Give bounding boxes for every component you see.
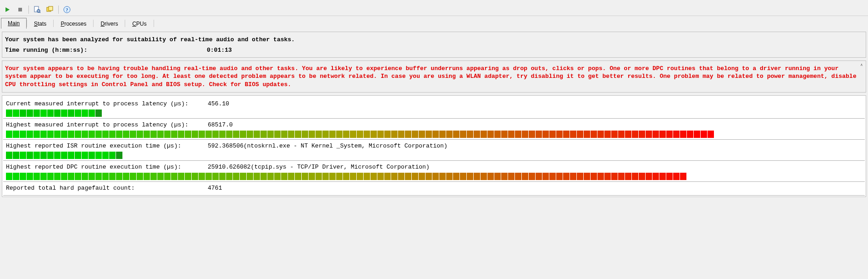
bar-segment: [116, 152, 122, 159]
tool-button-2[interactable]: [44, 5, 55, 15]
panel-scrollbar[interactable]: ∧: [858, 62, 865, 92]
bar-segment: [47, 152, 54, 159]
bar-segment: [391, 131, 398, 138]
bar-segment: [68, 152, 74, 159]
bar-segment: [432, 173, 439, 180]
summary-panel: Your system has been analyzed for suitab…: [2, 32, 866, 58]
bar-segment: [157, 173, 164, 180]
bar-segment: [604, 173, 611, 180]
tab-main[interactable]: Main: [1, 18, 27, 29]
bar-segment: [591, 131, 597, 138]
bar-segment: [27, 109, 33, 117]
bar-segment: [226, 131, 232, 138]
bar-segment: [13, 152, 19, 159]
tab-label: rocesses: [64, 21, 86, 27]
bar-segment: [487, 131, 494, 138]
bar-segment: [157, 131, 164, 138]
summary-line: Your system has been analyzed for suitab…: [5, 36, 863, 44]
bar-segment: [343, 173, 349, 180]
bar-segment: [88, 109, 95, 117]
tool-button-1[interactable]: [32, 5, 43, 15]
svg-line-4: [39, 12, 40, 13]
bar-segment: [40, 109, 47, 117]
bar-segment: [144, 173, 150, 180]
bar-segment: [639, 131, 645, 138]
bar-segment: [54, 152, 61, 159]
bar-segment: [549, 131, 556, 138]
bar-segment: [6, 109, 12, 117]
bar-segment: [75, 173, 81, 180]
metric-pagefault: Reported total hard pagefault count: 476…: [3, 181, 865, 196]
bar-segment: [357, 173, 363, 180]
bar-segment: [412, 173, 418, 180]
bar-segment: [123, 173, 129, 180]
bar-segment: [199, 173, 205, 180]
bar-segment: [570, 173, 576, 180]
bar-segment: [481, 173, 487, 180]
bar-segment: [82, 131, 88, 138]
bar-segment: [82, 152, 88, 159]
bar-segment: [570, 131, 576, 138]
metric-value: 592.368506: [208, 142, 243, 149]
bar-segment: [109, 131, 116, 138]
bar-segment: [329, 131, 336, 138]
bar-segment: [295, 131, 301, 138]
bar-segment: [494, 131, 501, 138]
bar-segment: [680, 131, 686, 138]
toolbar: ?: [0, 4, 868, 16]
stop-button[interactable]: [15, 5, 26, 15]
bar-segment: [673, 173, 680, 180]
svg-text:?: ?: [66, 7, 68, 12]
bar-segment: [625, 131, 631, 138]
tab-separator: [154, 20, 154, 27]
bar-segment: [164, 131, 171, 138]
bar-segment: [460, 131, 466, 138]
metric-value: 456.10: [208, 100, 229, 107]
bar-segment: [226, 173, 232, 180]
bar-segment: [47, 131, 54, 138]
bar-segment: [144, 131, 150, 138]
bar-segment: [54, 109, 61, 117]
help-icon: ?: [63, 6, 71, 13]
bar-segment: [274, 131, 281, 138]
bar-segment: [247, 131, 253, 138]
bar-segment: [137, 173, 143, 180]
bar-segment: [33, 173, 40, 180]
bar-segment: [632, 131, 638, 138]
bar-segment: [549, 173, 556, 180]
latency-bar: [6, 130, 862, 138]
bar-segment: [694, 131, 700, 138]
bar-segment: [6, 152, 12, 159]
bar-segment: [192, 131, 198, 138]
help-button[interactable]: ?: [61, 5, 72, 15]
bar-segment: [563, 173, 569, 180]
bar-segment: [219, 173, 226, 180]
play-button[interactable]: [2, 5, 13, 15]
bar-segment: [501, 173, 508, 180]
bar-segment: [652, 131, 659, 138]
tab-cpus[interactable]: CPUs: [125, 18, 153, 29]
bar-segment: [659, 131, 666, 138]
tab-drivers[interactable]: Drivers: [94, 18, 125, 29]
bar-segment: [529, 173, 535, 180]
bar-segment: [27, 152, 33, 159]
bar-segment: [267, 173, 274, 180]
bar-segment: [68, 109, 74, 117]
bar-segment: [563, 131, 569, 138]
bar-segment: [398, 131, 404, 138]
bar-segment: [75, 131, 81, 138]
metric-highest-latency: Highest measured interrupt to process la…: [3, 118, 865, 138]
metric-label: Current measured interrupt to process la…: [6, 100, 208, 107]
bar-segment: [130, 173, 136, 180]
bar-segment: [384, 173, 391, 180]
bar-segment: [439, 173, 446, 180]
bar-segment: [47, 173, 54, 180]
tab-processes[interactable]: Processes: [54, 18, 93, 29]
bar-segment: [584, 131, 590, 138]
bar-segment: [618, 131, 625, 138]
bar-segment: [205, 173, 212, 180]
bar-segment: [40, 173, 47, 180]
metric-value: 25910.626082: [208, 164, 251, 170]
bar-segment: [494, 173, 501, 180]
tab-stats[interactable]: Stats: [27, 18, 53, 29]
